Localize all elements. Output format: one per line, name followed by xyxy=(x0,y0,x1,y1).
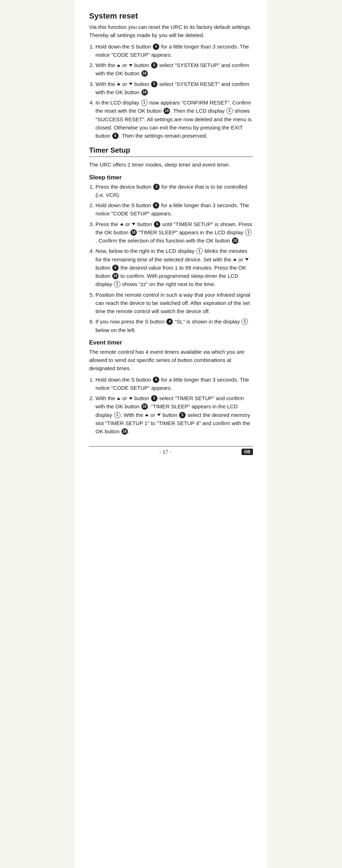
sleep-timer-step-5: Position the remote control in such a wa… xyxy=(95,291,253,316)
footer-page-number: - 17 - xyxy=(89,449,242,455)
icon-lcd-display-7: 1 xyxy=(114,412,120,418)
system-reset-step-2: With the or button 5 select "SYSTEM SETU… xyxy=(95,61,253,78)
system-reset-step-1: Hold down the S button 4 for a little lo… xyxy=(95,42,253,59)
arrow-up-icon-6 xyxy=(145,414,149,416)
event-timer-steps: Hold down the S button 4 for a little lo… xyxy=(95,376,253,436)
page-footer: - 17 - GB xyxy=(89,446,253,455)
arrow-up-icon xyxy=(117,64,120,67)
arrow-down-icon-4 xyxy=(245,258,249,261)
event-timer-title: Event timer xyxy=(89,339,253,346)
icon-lcd-display-4: 1 xyxy=(196,248,203,254)
icon-ok-button-6: 18 xyxy=(112,273,119,279)
sleep-timer-step-3: Press the or button 5 until "TIMER SETUP… xyxy=(95,220,253,245)
icon-s-button-3: 4 xyxy=(166,318,173,325)
event-timer-intro: The remote control has 4 event timers av… xyxy=(89,348,253,373)
icon-button-5d: 5 xyxy=(112,265,119,271)
arrow-up-icon-2 xyxy=(117,83,120,85)
icon-button-5e: 5 xyxy=(151,395,157,402)
icon-button-5: 5 xyxy=(151,62,157,68)
icon-button-5b: 5 xyxy=(151,81,157,87)
icon-ok-button-3: 18 xyxy=(164,108,170,114)
icon-lcd-display-2: 1 xyxy=(227,108,233,114)
system-reset-step-3: With the or button 5 select "SYSTEM RESE… xyxy=(95,80,253,97)
icon-lcd-display-5: 1 xyxy=(114,281,120,287)
system-reset-steps: Hold down the S button 4 for a little lo… xyxy=(95,42,253,140)
icon-device-button: 3 xyxy=(153,184,160,190)
sleep-timer-step-1: Press the device button 3 for the device… xyxy=(95,183,253,199)
icon-ok-button: 18 xyxy=(141,70,148,77)
icon-ok-button-7: 18 xyxy=(141,403,148,410)
arrow-down-icon-2 xyxy=(129,83,133,85)
sleep-timer-steps: Press the device button 3 for the device… xyxy=(95,183,253,334)
system-reset-step-4: In the LCD display 1 now appears "CONFIR… xyxy=(95,98,253,140)
icon-ok-button-5: 18 xyxy=(232,238,238,244)
sleep-timer-step-2: Hold down the S button 4 for a little lo… xyxy=(95,201,253,218)
icon-lcd-display: 1 xyxy=(141,99,147,106)
icon-button-5c: 5 xyxy=(154,221,160,228)
sleep-timer-step-4: Now, below to the right in the LCD displ… xyxy=(95,247,253,288)
sleep-timer-step-6: If you now press the S button 4 “SL” is … xyxy=(95,317,253,334)
page: System reset Via this function you can r… xyxy=(75,0,267,868)
icon-exit-button: 6 xyxy=(112,133,119,139)
icon-s-button: 4 xyxy=(153,44,159,50)
icon-button-5f: 5 xyxy=(179,412,186,418)
icon-ok-button-2: 18 xyxy=(141,89,148,96)
event-timer-step-2: With the or button 5 select "TIMER SETUP… xyxy=(95,394,253,435)
system-reset-title: System reset xyxy=(89,11,253,21)
arrow-up-icon-3 xyxy=(120,223,124,225)
arrow-up-icon-4 xyxy=(233,258,237,261)
icon-s-button-4: 4 xyxy=(153,377,159,383)
arrow-down-icon-3 xyxy=(132,223,135,225)
timer-setup-intro: The URC offers 2 timer modes, sleep time… xyxy=(89,160,253,169)
arrow-down-icon-6 xyxy=(157,414,161,416)
arrow-down-icon-5 xyxy=(129,397,133,400)
event-timer-step-1: Hold down the S button 4 for a little lo… xyxy=(95,376,253,392)
icon-s-button-2: 4 xyxy=(153,202,159,209)
footer-country-code: GB xyxy=(242,449,253,455)
icon-lcd-display-6: 1 xyxy=(242,318,248,325)
timer-setup-title: Timer Setup xyxy=(89,146,253,154)
icon-ok-button-4: 18 xyxy=(130,229,137,236)
icon-lcd-display-3: 1 xyxy=(245,229,252,236)
icon-ok-button-8: 18 xyxy=(121,428,128,435)
sleep-timer-title: Sleep timer xyxy=(89,174,253,181)
system-reset-intro: Via this function you can reset the URC … xyxy=(89,23,253,40)
arrow-up-icon-5 xyxy=(117,397,120,400)
arrow-down-icon xyxy=(129,64,133,67)
timer-setup-divider xyxy=(89,157,253,157)
